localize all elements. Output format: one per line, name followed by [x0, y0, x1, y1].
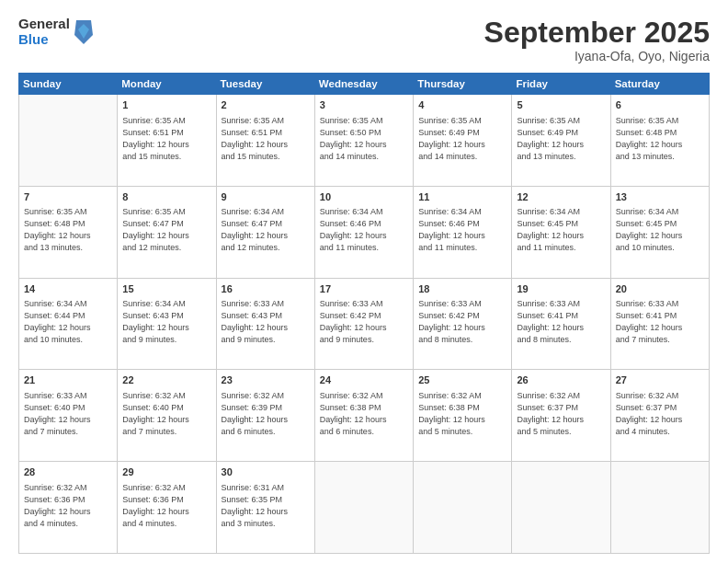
calendar-day-header: Friday — [512, 74, 610, 95]
calendar-cell: 3Sunrise: 6:35 AM Sunset: 6:50 PM Daylig… — [314, 95, 413, 187]
day-number: 20 — [616, 282, 704, 296]
calendar-day-header: Wednesday — [314, 74, 413, 95]
day-info: Sunrise: 6:35 AM Sunset: 6:49 PM Dayligh… — [418, 115, 506, 163]
day-number: 6 — [616, 98, 704, 112]
calendar-cell: 14Sunrise: 6:34 AM Sunset: 6:44 PM Dayli… — [19, 278, 118, 370]
day-info: Sunrise: 6:32 AM Sunset: 6:39 PM Dayligh… — [222, 390, 310, 438]
day-number: 23 — [222, 373, 310, 387]
day-info: Sunrise: 6:34 AM Sunset: 6:45 PM Dayligh… — [517, 206, 605, 254]
day-info: Sunrise: 6:34 AM Sunset: 6:46 PM Dayligh… — [320, 206, 408, 254]
calendar-header-row: SundayMondayTuesdayWednesdayThursdayFrid… — [19, 74, 710, 95]
day-info: Sunrise: 6:32 AM Sunset: 6:36 PM Dayligh… — [122, 482, 210, 530]
calendar-week-row: 7Sunrise: 6:35 AM Sunset: 6:48 PM Daylig… — [19, 186, 710, 278]
calendar-cell: 9Sunrise: 6:34 AM Sunset: 6:47 PM Daylig… — [216, 186, 314, 278]
day-info: Sunrise: 6:32 AM Sunset: 6:36 PM Dayligh… — [24, 482, 112, 530]
day-info: Sunrise: 6:33 AM Sunset: 6:41 PM Dayligh… — [616, 298, 704, 346]
calendar-day-header: Monday — [118, 74, 216, 95]
calendar-cell: 19Sunrise: 6:33 AM Sunset: 6:41 PM Dayli… — [512, 278, 610, 370]
calendar-table: SundayMondayTuesdayWednesdayThursdayFrid… — [18, 73, 710, 554]
calendar-cell: 10Sunrise: 6:34 AM Sunset: 6:46 PM Dayli… — [314, 186, 413, 278]
day-info: Sunrise: 6:35 AM Sunset: 6:51 PM Dayligh… — [122, 115, 210, 163]
day-number: 2 — [222, 98, 310, 112]
calendar-cell: 4Sunrise: 6:35 AM Sunset: 6:49 PM Daylig… — [414, 95, 512, 187]
calendar-cell — [314, 462, 413, 554]
day-number: 28 — [24, 465, 112, 479]
day-info: Sunrise: 6:33 AM Sunset: 6:41 PM Dayligh… — [517, 298, 605, 346]
day-info: Sunrise: 6:34 AM Sunset: 6:46 PM Dayligh… — [418, 206, 506, 254]
calendar-cell: 8Sunrise: 6:35 AM Sunset: 6:47 PM Daylig… — [118, 186, 216, 278]
calendar-cell: 30Sunrise: 6:31 AM Sunset: 6:35 PM Dayli… — [216, 462, 314, 554]
day-number: 29 — [122, 465, 210, 479]
calendar-cell — [414, 462, 512, 554]
day-number: 13 — [616, 190, 704, 204]
calendar-cell: 28Sunrise: 6:32 AM Sunset: 6:36 PM Dayli… — [19, 462, 118, 554]
calendar-cell: 11Sunrise: 6:34 AM Sunset: 6:46 PM Dayli… — [414, 186, 512, 278]
day-info: Sunrise: 6:35 AM Sunset: 6:47 PM Dayligh… — [122, 206, 210, 254]
calendar-cell — [512, 462, 610, 554]
calendar-week-row: 21Sunrise: 6:33 AM Sunset: 6:40 PM Dayli… — [19, 370, 710, 462]
calendar-week-row: 1Sunrise: 6:35 AM Sunset: 6:51 PM Daylig… — [19, 95, 710, 187]
calendar-week-row: 14Sunrise: 6:34 AM Sunset: 6:44 PM Dayli… — [19, 278, 710, 370]
calendar-day-header: Thursday — [414, 74, 512, 95]
day-info: Sunrise: 6:35 AM Sunset: 6:50 PM Dayligh… — [320, 115, 408, 163]
calendar-day-header: Saturday — [610, 74, 709, 95]
calendar-cell: 18Sunrise: 6:33 AM Sunset: 6:42 PM Dayli… — [414, 278, 512, 370]
calendar-cell: 23Sunrise: 6:32 AM Sunset: 6:39 PM Dayli… — [216, 370, 314, 462]
day-number: 17 — [320, 282, 408, 296]
day-info: Sunrise: 6:33 AM Sunset: 6:40 PM Dayligh… — [24, 390, 112, 438]
calendar-cell: 29Sunrise: 6:32 AM Sunset: 6:36 PM Dayli… — [118, 462, 216, 554]
day-number: 26 — [517, 373, 605, 387]
day-info: Sunrise: 6:32 AM Sunset: 6:37 PM Dayligh… — [616, 390, 704, 438]
calendar-cell — [19, 95, 118, 187]
day-info: Sunrise: 6:35 AM Sunset: 6:49 PM Dayligh… — [517, 115, 605, 163]
calendar-cell: 6Sunrise: 6:35 AM Sunset: 6:48 PM Daylig… — [610, 95, 709, 187]
day-info: Sunrise: 6:34 AM Sunset: 6:44 PM Dayligh… — [24, 298, 112, 346]
page: General Blue September 2025 Iyana-Ofa, O… — [0, 0, 728, 563]
day-number: 9 — [222, 190, 310, 204]
day-number: 8 — [122, 190, 210, 204]
calendar-cell: 22Sunrise: 6:32 AM Sunset: 6:40 PM Dayli… — [118, 370, 216, 462]
day-number: 25 — [418, 373, 506, 387]
day-info: Sunrise: 6:32 AM Sunset: 6:37 PM Dayligh… — [517, 390, 605, 438]
calendar-day-header: Sunday — [19, 74, 118, 95]
calendar-cell: 27Sunrise: 6:32 AM Sunset: 6:37 PM Dayli… — [610, 370, 709, 462]
day-number: 18 — [418, 282, 506, 296]
calendar-cell: 13Sunrise: 6:34 AM Sunset: 6:45 PM Dayli… — [610, 186, 709, 278]
calendar-cell: 25Sunrise: 6:32 AM Sunset: 6:38 PM Dayli… — [414, 370, 512, 462]
day-info: Sunrise: 6:34 AM Sunset: 6:43 PM Dayligh… — [122, 298, 210, 346]
day-number: 14 — [24, 282, 112, 296]
day-info: Sunrise: 6:32 AM Sunset: 6:38 PM Dayligh… — [320, 390, 408, 438]
day-number: 24 — [320, 373, 408, 387]
calendar-cell: 7Sunrise: 6:35 AM Sunset: 6:48 PM Daylig… — [19, 186, 118, 278]
calendar-cell: 26Sunrise: 6:32 AM Sunset: 6:37 PM Dayli… — [512, 370, 610, 462]
day-number: 16 — [222, 282, 310, 296]
day-number: 4 — [418, 98, 506, 112]
day-number: 11 — [418, 190, 506, 204]
calendar-cell: 12Sunrise: 6:34 AM Sunset: 6:45 PM Dayli… — [512, 186, 610, 278]
day-info: Sunrise: 6:35 AM Sunset: 6:51 PM Dayligh… — [222, 115, 310, 163]
day-info: Sunrise: 6:35 AM Sunset: 6:48 PM Dayligh… — [616, 115, 704, 163]
logo: General Blue — [18, 17, 95, 47]
day-info: Sunrise: 6:33 AM Sunset: 6:43 PM Dayligh… — [222, 298, 310, 346]
day-number: 12 — [517, 190, 605, 204]
day-number: 27 — [616, 373, 704, 387]
calendar-day-header: Tuesday — [216, 74, 314, 95]
calendar-cell: 16Sunrise: 6:33 AM Sunset: 6:43 PM Dayli… — [216, 278, 314, 370]
day-info: Sunrise: 6:31 AM Sunset: 6:35 PM Dayligh… — [222, 482, 310, 530]
day-number: 7 — [24, 190, 112, 204]
logo-icon — [73, 18, 95, 46]
calendar-cell: 17Sunrise: 6:33 AM Sunset: 6:42 PM Dayli… — [314, 278, 413, 370]
logo-blue: Blue — [18, 32, 70, 48]
calendar-week-row: 28Sunrise: 6:32 AM Sunset: 6:36 PM Dayli… — [19, 462, 710, 554]
header: General Blue September 2025 Iyana-Ofa, O… — [18, 17, 710, 63]
day-info: Sunrise: 6:35 AM Sunset: 6:48 PM Dayligh… — [24, 206, 112, 254]
calendar-cell: 1Sunrise: 6:35 AM Sunset: 6:51 PM Daylig… — [118, 95, 216, 187]
day-info: Sunrise: 6:34 AM Sunset: 6:45 PM Dayligh… — [616, 206, 704, 254]
day-number: 19 — [517, 282, 605, 296]
day-number: 10 — [320, 190, 408, 204]
calendar-cell: 2Sunrise: 6:35 AM Sunset: 6:51 PM Daylig… — [216, 95, 314, 187]
day-number: 5 — [517, 98, 605, 112]
day-info: Sunrise: 6:34 AM Sunset: 6:47 PM Dayligh… — [222, 206, 310, 254]
month-title: September 2025 — [484, 17, 710, 49]
day-info: Sunrise: 6:32 AM Sunset: 6:40 PM Dayligh… — [122, 390, 210, 438]
